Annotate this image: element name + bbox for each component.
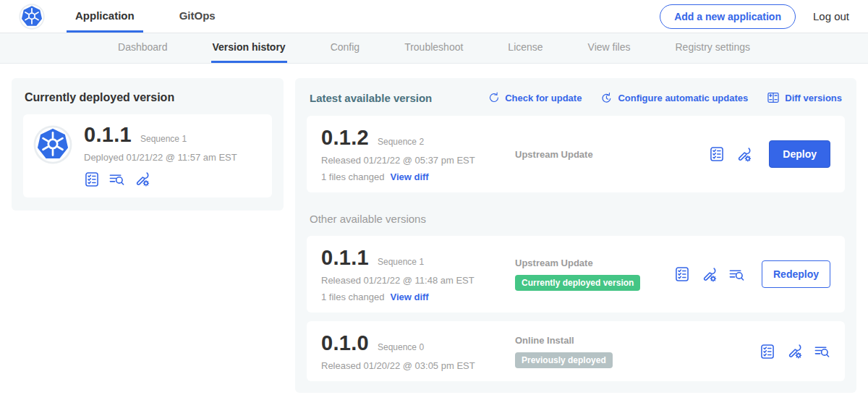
check-for-update-link[interactable]: Check for update [488,92,582,103]
release-notes-icon[interactable] [709,146,725,162]
view-diff-link[interactable]: View diff [390,171,428,182]
tab-version-history[interactable]: Version history [211,33,287,63]
version-status: Upstream Update Currently deployed versi… [496,258,674,291]
kubernetes-logo-icon [19,4,45,30]
version-source: Upstream Update [515,258,674,268]
view-logs-icon[interactable] [814,343,830,360]
other-versions-heading: Other available versions [310,213,842,225]
app-kubernetes-icon [33,125,72,164]
version-actions [760,343,830,360]
add-application-button[interactable]: Add a new application [660,4,796,29]
main-content: Currently deployed version 0.1.1 Sequenc… [0,64,868,407]
release-notes-icon[interactable] [674,266,690,282]
files-changed-text: 1 files changed [321,171,384,182]
diff-versions-link[interactable]: Diff versions [767,91,842,104]
auto-update-icon [600,92,613,104]
version-actions: Redeploy [674,260,830,288]
edit-config-icon[interactable] [736,146,752,163]
version-sequence: Sequence 2 [378,137,424,147]
tab-view-files[interactable]: View files [587,33,632,63]
tab-troubleshoot[interactable]: Troubleshoot [403,33,464,63]
check-for-update-label: Check for update [505,93,582,103]
tab-registry-settings[interactable]: Registry settings [674,33,752,63]
version-number: 0.1.0 [321,331,369,355]
release-notes-icon[interactable] [84,171,100,187]
configure-automatic-updates-label: Configure automatic updates [618,93,748,103]
deploy-button[interactable]: Deploy [769,140,830,168]
version-row-0-1-2: 0.1.2 Sequence 2 Released 01/21/22 @ 05:… [307,116,845,192]
panel-header: Latest available version Check for updat… [310,91,842,104]
tab-application[interactable]: Application [67,0,143,33]
currently-deployed-card: Currently deployed version 0.1.1 Sequenc… [12,78,284,211]
version-sequence: Sequence 0 [378,342,424,352]
version-info: 0.1.2 Sequence 2 Released 01/21/22 @ 05:… [321,126,496,182]
top-nav-tabs: Application GitOps [67,0,660,33]
refresh-icon [488,92,500,103]
version-source: Upstream Update [515,149,709,160]
version-info: 0.1.0 Sequence 0 Released 01/20/22 @ 03:… [321,331,496,371]
version-number: 0.1.1 [321,246,369,270]
logout-button[interactable]: Log out [813,10,849,22]
deployed-sequence: Sequence 1 [140,134,187,144]
version-row-0-1-0: 0.1.0 Sequence 0 Released 01/20/22 @ 03:… [307,321,845,381]
app-subnav: Dashboard Version history Config Trouble… [0,33,868,64]
version-released: Released 01/21/22 @ 11:48 am EST [321,275,496,286]
version-info: 0.1.1 Sequence 1 Released 01/21/22 @ 11:… [321,246,496,302]
tab-dashboard[interactable]: Dashboard [116,33,169,63]
version-status: Online Install Previously deployed [496,335,760,368]
configure-automatic-updates-link[interactable]: Configure automatic updates [600,92,748,104]
diff-versions-label: Diff versions [785,93,842,103]
tab-gitops[interactable]: GitOps [171,0,224,33]
diff-icon [767,91,780,104]
edit-config-icon[interactable] [786,343,803,360]
app-logo [19,0,45,33]
edit-config-icon[interactable] [701,266,718,283]
redeploy-button[interactable]: Redeploy [762,260,830,288]
deployed-version-number: 0.1.1 [84,123,132,147]
view-diff-link[interactable]: View diff [390,292,428,302]
version-number: 0.1.2 [321,126,369,150]
edit-config-icon[interactable] [134,171,150,187]
view-logs-icon[interactable] [728,266,745,283]
tab-license[interactable]: License [506,33,544,63]
status-badge-previously-deployed: Previously deployed [515,352,613,368]
version-released: Released 01/21/22 @ 05:37 pm EST [321,155,496,166]
top-nav: Application GitOps Add a new application… [0,0,868,33]
deployed-version-info: 0.1.1 Sequence 1 Deployed 01/21/22 @ 11:… [84,123,237,187]
version-status: Upstream Update [496,149,709,160]
tab-config[interactable]: Config [329,33,361,63]
top-nav-right: Add a new application Log out [660,0,849,33]
latest-version-title: Latest available version [310,92,488,104]
release-notes-icon[interactable] [760,344,775,360]
currently-deployed-title: Currently deployed version [25,91,271,104]
version-source: Online Install [515,335,760,346]
version-row-0-1-1: 0.1.1 Sequence 1 Released 01/21/22 @ 11:… [307,236,845,313]
files-changed-text: 1 files changed [321,292,384,302]
version-history-panel: Latest available version Check for updat… [295,78,856,393]
version-actions: Deploy [709,140,830,168]
version-sequence: Sequence 1 [378,257,424,267]
view-logs-icon[interactable] [109,171,125,187]
version-released: Released 01/20/22 @ 03:05 pm EST [321,360,496,371]
status-badge-currently-deployed: Currently deployed version [515,275,640,291]
deployed-version-card: 0.1.1 Sequence 1 Deployed 01/21/22 @ 11:… [23,114,272,197]
deployed-timestamp: Deployed 01/21/22 @ 11:57 am EST [84,152,237,163]
panel-actions: Check for update Configure automatic upd… [488,91,842,104]
